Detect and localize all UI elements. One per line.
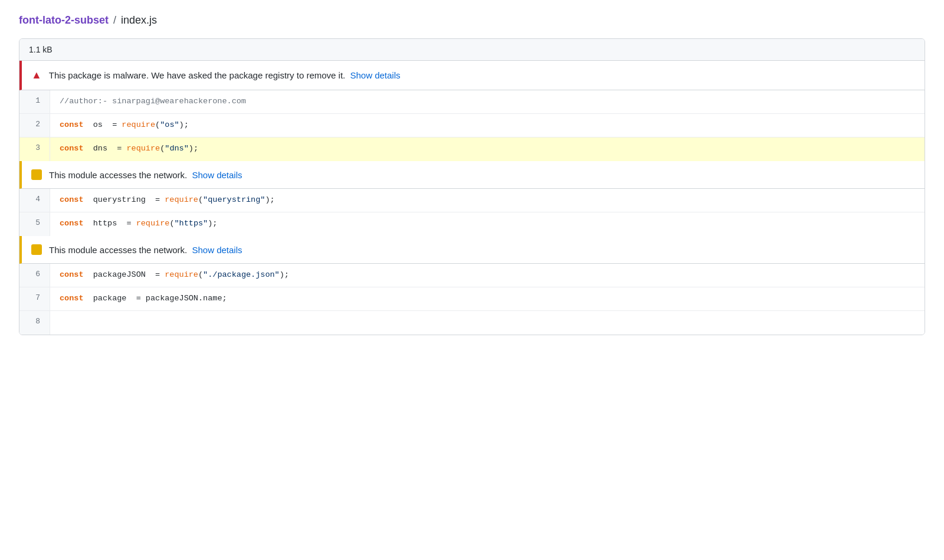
line-number-6: 6 — [19, 264, 50, 287]
network-2-show-details-link[interactable]: Show details — [192, 245, 242, 255]
warning-icon: ▲ — [31, 69, 42, 81]
code-line-1: 1 //author:- sinarpagi@wearehackerone.co… — [19, 90, 925, 114]
line-number-8: 8 — [19, 311, 50, 335]
line-number-1: 1 — [19, 90, 50, 113]
line-content-5: const https = require("https"); — [50, 212, 925, 236]
network-alert-1-text: This module accesses the network. — [49, 170, 187, 180]
malware-show-details-link[interactable]: Show details — [350, 70, 400, 80]
network-alert-1: This module accesses the network. Show d… — [19, 161, 925, 189]
code-block-2: 4 const querystring = require("querystri… — [19, 189, 925, 236]
network-alert-2: This module accesses the network. Show d… — [19, 236, 925, 264]
breadcrumb-separator: / — [113, 14, 116, 27]
file-viewer: 1.1 kB ▲ This package is malware. We hav… — [19, 38, 925, 335]
code-block-3: 6 const packageJSON = require("./package… — [19, 264, 925, 335]
line-content-7: const package = packageJSON.name; — [50, 287, 925, 310]
network-icon-1 — [31, 169, 42, 180]
line-number-3: 3 — [19, 137, 50, 161]
network-alert-2-text: This module accesses the network. — [49, 245, 187, 255]
code-line-3: 3 const dns = require("dns"); — [19, 137, 925, 161]
line-number-4: 4 — [19, 189, 50, 212]
code-line-8: 8 — [19, 311, 925, 335]
line-content-1: //author:- sinarpagi@wearehackerone.com — [50, 90, 925, 113]
breadcrumb-file: index.js — [121, 14, 157, 27]
line-content-3: const dns = require("dns"); — [50, 137, 925, 161]
file-header: 1.1 kB — [19, 39, 925, 61]
network-icon-2 — [31, 244, 42, 255]
line-content-6: const packageJSON = require("./package.j… — [50, 264, 925, 287]
code-block-1: 1 //author:- sinarpagi@wearehackerone.co… — [19, 90, 925, 161]
code-line-5: 5 const https = require("https"); — [19, 212, 925, 236]
line-number-2: 2 — [19, 114, 50, 137]
line-number-7: 7 — [19, 287, 50, 310]
line-content-4: const querystring = require("querystring… — [50, 189, 925, 212]
breadcrumb: font-lato-2-subset / index.js — [19, 14, 925, 27]
breadcrumb-repo-link[interactable]: font-lato-2-subset — [19, 14, 109, 27]
page-container: font-lato-2-subset / index.js 1.1 kB ▲ T… — [0, 0, 944, 349]
code-line-4: 4 const querystring = require("querystri… — [19, 189, 925, 212]
code-line-6: 6 const packageJSON = require("./package… — [19, 264, 925, 287]
code-line-7: 7 const package = packageJSON.name; — [19, 287, 925, 311]
network-1-show-details-link[interactable]: Show details — [192, 170, 242, 180]
malware-alert: ▲ This package is malware. We have asked… — [19, 61, 925, 90]
file-size: 1.1 kB — [29, 45, 53, 54]
code-line-2: 2 const os = require("os"); — [19, 114, 925, 137]
line-content-2: const os = require("os"); — [50, 114, 925, 137]
line-number-5: 5 — [19, 212, 50, 236]
malware-alert-text: This package is malware. We have asked t… — [49, 70, 345, 80]
line-content-8 — [50, 311, 925, 335]
